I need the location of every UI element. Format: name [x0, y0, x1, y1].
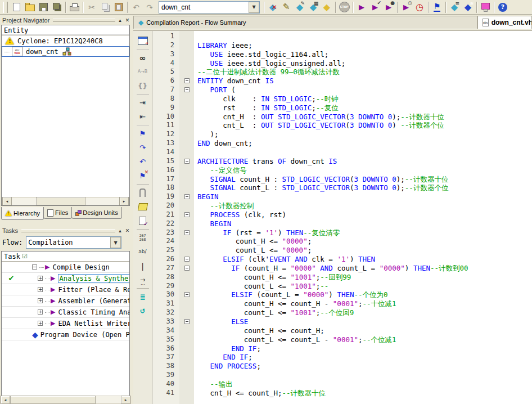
collapse-panel-icon[interactable]: ▴ — [116, 17, 124, 24]
programmer-button[interactable]: ◆≋ — [461, 1, 475, 14]
entity-dropdown[interactable]: down_cnt ▼ — [159, 1, 260, 14]
code-line-18[interactable]: 18 SIGNAL count_L : STD_LOGIC_VECTOR(3 D… — [152, 183, 532, 192]
task-row-fitter-place-route[interactable]: +▶Fitter (Place & Route — [2, 284, 129, 295]
tab-design-units[interactable]: Design Units — [71, 207, 121, 219]
collapse-icon[interactable]: − — [32, 264, 37, 270]
code-line-29[interactable]: 29 count_L <= "1001";-- — [152, 282, 532, 291]
toggle-bookmark-button[interactable]: ⚑ — [136, 127, 150, 141]
fold-marker[interactable] — [179, 228, 194, 237]
scroll-thumb[interactable] — [36, 197, 85, 205]
code-line-2[interactable]: 2LIBRARY ieee; — [152, 41, 532, 50]
detach-window-button[interactable] — [136, 34, 150, 48]
cut-button[interactable]: ✂ — [85, 1, 98, 14]
code-line-38[interactable]: 38 END PROCESS; — [152, 362, 532, 371]
collapse-panel-icon[interactable]: ▴ — [116, 227, 124, 234]
start-analysis-button[interactable]: ▶✔ — [368, 1, 382, 14]
entity-column-header[interactable]: Entity — [2, 25, 129, 35]
help-button[interactable]: ? — [496, 1, 510, 14]
code-line-34[interactable]: 34 count_H <= count_H; — [152, 326, 532, 335]
insert-note-button[interactable] — [136, 200, 150, 214]
assignment-editor-button[interactable]: ✎ — [279, 1, 293, 14]
fold-marker[interactable] — [179, 290, 194, 299]
decrease-indent-button[interactable]: ⇤ — [136, 110, 150, 124]
chip-planner-button[interactable] — [479, 1, 492, 14]
code-line-5[interactable]: 5--二位十进制减法计数器 99—0循环减法计数 — [152, 68, 532, 77]
task-row-classic-timing-analys[interactable]: +▶Classic Timing Analys — [2, 307, 129, 318]
tasks-hscrollbar[interactable]: ◂ ▸ — [0, 396, 131, 404]
matching-brace-button[interactable]: {} — [136, 79, 150, 93]
classic-timing-button[interactable]: ◷ — [413, 1, 426, 14]
code-line-10[interactable]: 10 cnt_H : OUT STD_LOGIC_VECTOR(3 DOWNTO… — [152, 113, 532, 122]
code-line-41[interactable]: 41 cnt_H <= count_H;--计数器十位 — [152, 389, 532, 398]
undo-button[interactable]: ↶ — [129, 1, 143, 14]
code-line-27[interactable]: 27 IF (count_H = "0000" AND count_L = "0… — [152, 264, 532, 273]
code-line-28[interactable]: 28 count_H <= "1001";--回到99 — [152, 273, 532, 282]
start-compilation-button[interactable]: ▶ — [355, 1, 368, 14]
expand-icon[interactable]: + — [38, 298, 43, 303]
entity-tree-row[interactable]: abcVHD down_cnt — [2, 46, 129, 57]
code-line-36[interactable]: 36 END IF; — [152, 344, 532, 353]
task-row-assembler-generate-p[interactable]: +▶Assembler (Generate p — [2, 295, 129, 307]
navigator-hscrollbar[interactable]: ◂ ▸ — [2, 197, 129, 205]
code-line-6[interactable]: 6ENTITY down_cnt IS — [152, 77, 532, 86]
timing-closure-button[interactable]: ◆ — [320, 1, 333, 14]
code-line-21[interactable]: 21 PROCESS (clk, rst) — [152, 210, 532, 219]
find-button[interactable]: ∞ — [136, 51, 150, 65]
fold-marker[interactable] — [179, 255, 194, 264]
collapse-region-icon[interactable] — [184, 194, 190, 199]
fold-marker[interactable] — [179, 86, 194, 95]
report-button[interactable]: ◆≡ — [448, 1, 461, 14]
tab-files[interactable]: Files — [43, 207, 72, 219]
code-line-33[interactable]: 33 ELSE — [152, 317, 532, 326]
collapse-region-icon[interactable] — [184, 78, 190, 83]
code-line-40[interactable]: 40 --输出 — [152, 380, 532, 389]
chevron-down-icon[interactable]: ▼ — [249, 2, 259, 13]
increase-indent-button[interactable]: ⇥ — [136, 96, 150, 110]
code-line-4[interactable]: 4 USE ieee.std_logic_unsigned.all; — [152, 59, 532, 68]
settings-dialog-button[interactable]: ◆✎ — [293, 1, 306, 14]
line-numbers-button[interactable]: 267 268 — [136, 231, 150, 245]
toolbar-grip[interactable] — [3, 2, 8, 13]
panel-grip[interactable] — [21, 229, 115, 232]
word-wrap-button[interactable]: ab/ — [136, 245, 150, 259]
start-fitter-button[interactable]: ▶● — [382, 1, 395, 14]
close-panel-icon[interactable]: ✕ — [124, 17, 131, 24]
code-line-17[interactable]: 17 SIGNAL count_H : STD_LOGIC_VECTOR(3 D… — [152, 175, 532, 184]
code-line-23[interactable]: 23 IF (rst = '1') THEN--复位清零 — [152, 228, 532, 237]
flow-dropdown[interactable]: Compilation ▼ — [26, 236, 121, 249]
close-panel-icon[interactable]: ✕ — [124, 227, 131, 234]
fold-marker[interactable] — [179, 77, 194, 86]
code-line-7[interactable]: 7 PORT ( — [152, 86, 532, 95]
code-line-20[interactable]: 20 --计数器控制 — [152, 201, 532, 210]
collapse-region-icon[interactable] — [184, 266, 190, 271]
task-row-compile-design[interactable]: −▶Compile Design — [2, 262, 129, 273]
scroll-left-icon[interactable]: ◂ — [2, 197, 12, 205]
code-line-22[interactable]: 22 BEGIN — [152, 219, 532, 228]
simulator-button[interactable]: ⚑ — [430, 1, 444, 14]
collapse-region-icon[interactable] — [184, 159, 190, 164]
code-line-12[interactable]: 12 ); — [152, 130, 532, 139]
redo-button[interactable]: ↷ — [143, 1, 156, 14]
task-row-eda-netlist-writer[interactable]: +▶EDA Netlist Writer — [2, 318, 129, 329]
code-line-8[interactable]: 8 clk : IN STD_LOGIC;--时钟 — [152, 95, 532, 104]
uncomment-lines-button[interactable]: ↺ — [136, 304, 150, 318]
scroll-right-icon[interactable]: ▸ — [121, 396, 130, 404]
code-line-37[interactable]: 37 END IF; — [152, 353, 532, 362]
code-line-15[interactable]: 15ARCHITECTURE trans OF down_cnt IS — [152, 157, 532, 166]
code-line-30[interactable]: 30 ELSIF (count_L = "0000") THEN--个位为0 — [152, 290, 532, 299]
next-bookmark-button[interactable]: ↷ — [136, 141, 150, 155]
collapse-region-icon[interactable] — [184, 319, 190, 324]
expand-icon[interactable]: + — [38, 287, 43, 292]
tab-down-cnt-vhd[interactable]: abc down_cnt.vhd — [477, 16, 532, 29]
previous-bookmark-button[interactable]: ↶ — [136, 155, 150, 169]
paste-button[interactable] — [112, 1, 125, 14]
scroll-left-icon[interactable]: ◂ — [1, 396, 10, 404]
task-column-header[interactable]: Task ☑ — [2, 252, 129, 262]
scroll-right-icon[interactable]: ▸ — [119, 197, 129, 205]
code-line-35[interactable]: 35 count_L <= count_L - "0001";--个位减1 — [152, 335, 532, 344]
code-line-3[interactable]: 3 USE ieee.std_logic_1164.all; — [152, 50, 532, 59]
expand-icon[interactable]: + — [38, 276, 43, 281]
pin-planner-button[interactable]: ◆▦ — [306, 1, 320, 14]
stop-button[interactable]: STOP — [337, 1, 351, 14]
code-line-1[interactable]: 1 — [152, 32, 532, 41]
